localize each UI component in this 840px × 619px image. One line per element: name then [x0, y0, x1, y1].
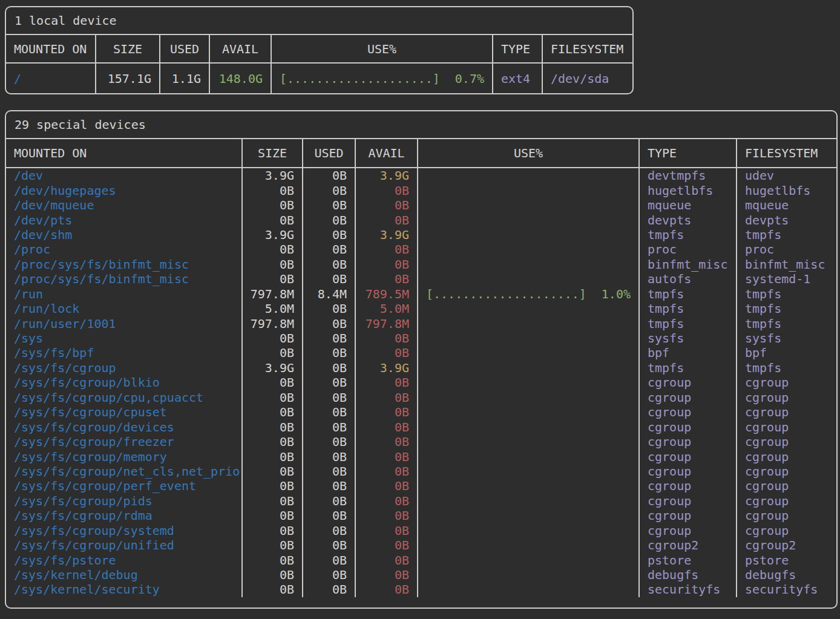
used-cell: 0B — [303, 346, 356, 360]
used-cell: 0B — [303, 568, 356, 582]
avail-cell: 0B — [356, 375, 418, 390]
used-cell: 0B — [303, 183, 356, 197]
mount-point-cell: / — [6, 64, 96, 93]
avail-cell: 0B — [356, 568, 418, 582]
usage-bar-cell — [418, 316, 640, 330]
mount-point-cell: /sys/kernel/security — [6, 582, 243, 597]
fs-type-cell: devtmpfs — [640, 168, 737, 183]
filesystem-cell: cgroup — [737, 390, 836, 405]
size-cell: 3.9G — [243, 228, 303, 242]
avail-cell: 0B — [356, 552, 418, 567]
mount-point-cell: /dev/hugepages — [6, 183, 243, 197]
device-row: /run/lock5.0M0B5.0Mtmpfstmpfs — [6, 301, 836, 316]
usage-bar-cell — [418, 375, 640, 390]
usage-bar-cell — [418, 464, 640, 479]
avail-cell: 148.0G — [210, 64, 272, 93]
fs-type-cell: pstore — [640, 552, 737, 567]
usage-bar-cell — [418, 552, 640, 567]
avail-cell: 0B — [356, 479, 418, 493]
column-header-size: SIZE — [96, 35, 160, 62]
column-header-mounted-on: MOUNTED ON — [6, 139, 243, 167]
size-cell: 3.9G — [243, 168, 303, 183]
used-cell: 0B — [303, 242, 356, 257]
mount-point-cell: /sys/fs/cgroup/cpu,cpuacct — [6, 390, 243, 405]
usage-bar-cell — [418, 494, 640, 508]
fs-type-cell: tmpfs — [640, 228, 737, 242]
usage-bar-cell — [418, 434, 640, 449]
mount-point-cell: /sys/fs/cgroup/pids — [6, 494, 243, 508]
column-header-use-pct: USE% — [418, 139, 640, 167]
filesystem-cell: sysfs — [737, 331, 836, 346]
size-cell: 0B — [243, 479, 303, 493]
mount-point-cell: /run/lock — [6, 301, 243, 316]
fs-type-cell: cgroup — [640, 419, 737, 434]
filesystem-cell: devpts — [737, 212, 836, 227]
usage-bar-cell — [418, 419, 640, 434]
fs-type-cell: tmpfs — [640, 316, 737, 330]
avail-cell: 0B — [356, 257, 418, 272]
avail-cell: 0B — [356, 508, 418, 523]
device-row: /sys/fs/cgroup/memory0B0B0Bcgroupcgroup — [6, 449, 836, 463]
fs-type-cell: cgroup — [640, 494, 737, 508]
fs-type-cell: securityfs — [640, 582, 737, 597]
filesystem-cell: cgroup2 — [737, 538, 836, 552]
size-cell: 0B — [243, 582, 303, 597]
usage-percent: 0.7% — [455, 71, 484, 86]
usage-bar: [....................] — [426, 287, 586, 301]
mount-point-cell: /proc/sys/fs/binfmt_misc — [6, 272, 243, 286]
filesystem-cell: tmpfs — [737, 228, 836, 242]
used-cell: 0B — [303, 375, 356, 390]
avail-cell: 0B — [356, 198, 418, 212]
device-row: /sys/fs/cgroup/cpu,cpuacct0B0B0Bcgroupcg… — [6, 390, 836, 405]
column-header-mounted-on: MOUNTED ON — [6, 35, 96, 62]
size-cell: 3.9G — [243, 361, 303, 375]
fs-type-cell: devpts — [640, 212, 737, 227]
device-row: /sys/fs/cgroup/pids0B0B0Bcgroupcgroup — [6, 494, 836, 508]
used-cell: 0B — [303, 316, 356, 330]
avail-cell: 3.9G — [356, 361, 418, 375]
device-row: /157.1G1.1G148.0G[....................]0… — [6, 64, 632, 93]
device-row: /sys/fs/cgroup/blkio0B0B0Bcgroupcgroup — [6, 375, 836, 390]
device-row: /sys/fs/cgroup/freezer0B0B0Bcgroupcgroup — [6, 434, 836, 449]
used-cell: 0B — [303, 523, 356, 538]
terminal-screen: 1 local device MOUNTED ON SIZE USED AVAI… — [0, 0, 840, 619]
used-cell: 1.1G — [160, 64, 210, 93]
usage-bar-cell — [418, 198, 640, 212]
filesystem-cell: pstore — [737, 552, 836, 567]
column-header-avail: AVAIL — [356, 139, 418, 167]
used-cell: 0B — [303, 361, 356, 375]
used-cell: 0B — [303, 168, 356, 183]
fs-type-cell: hugetlbfs — [640, 183, 737, 197]
filesystem-cell: cgroup — [737, 405, 836, 419]
used-cell: 0B — [303, 257, 356, 272]
column-header-filesystem: FILESYSTEM — [737, 139, 836, 167]
device-row: /sys/fs/cgroup/unified0B0B0Bcgroup2cgrou… — [6, 538, 836, 552]
special-devices-header-row: MOUNTED ON SIZE USED AVAIL USE% TYPE FIL… — [6, 139, 836, 168]
size-cell: 0B — [243, 346, 303, 360]
fs-type-cell: cgroup — [640, 375, 737, 390]
filesystem-cell: cgroup — [737, 419, 836, 434]
mount-point-cell: /sys/kernel/debug — [6, 568, 243, 582]
avail-cell: 0B — [356, 464, 418, 479]
size-cell: 797.8M — [243, 287, 303, 301]
filesystem-cell: cgroup — [737, 494, 836, 508]
mount-point-cell: /run/user/1001 — [6, 316, 243, 330]
usage-bar-cell — [418, 301, 640, 316]
used-cell: 0B — [303, 434, 356, 449]
fs-type-cell: cgroup — [640, 449, 737, 463]
avail-cell: 797.8M — [356, 316, 418, 330]
filesystem-cell: /dev/sda — [543, 64, 632, 93]
device-row: /sys/fs/cgroup/systemd0B0B0Bcgroupcgroup — [6, 523, 836, 538]
column-header-used: USED — [303, 139, 356, 167]
device-row: /sys/fs/cgroup/devices0B0B0Bcgroupcgroup — [6, 419, 836, 434]
avail-cell: 3.9G — [356, 228, 418, 242]
device-row: /dev/shm3.9G0B3.9Gtmpfstmpfs — [6, 228, 836, 242]
fs-type-cell: cgroup — [640, 464, 737, 479]
size-cell: 5.0M — [243, 301, 303, 316]
usage-bar-cell — [418, 508, 640, 523]
used-cell: 0B — [303, 494, 356, 508]
used-cell: 0B — [303, 198, 356, 212]
avail-cell: 0B — [356, 434, 418, 449]
column-header-type: TYPE — [493, 35, 543, 62]
avail-cell: 0B — [356, 523, 418, 538]
